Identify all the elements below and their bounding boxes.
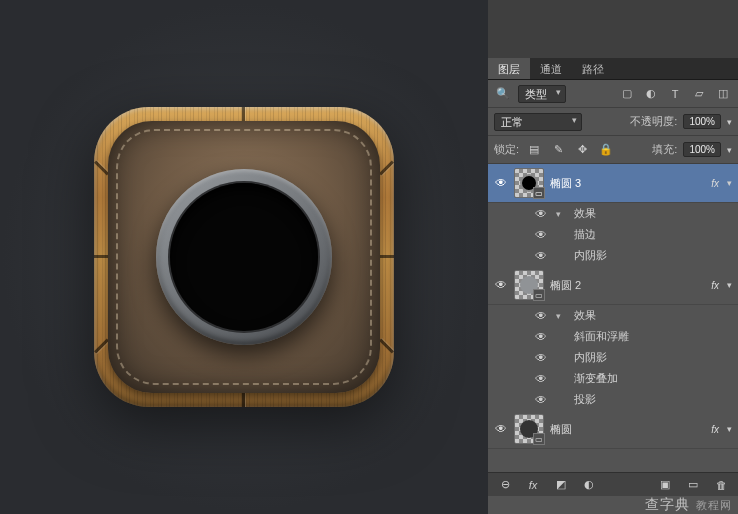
- effect-item[interactable]: 👁内阴影: [534, 347, 738, 368]
- effect-name: 内阴影: [574, 248, 607, 263]
- effect-item[interactable]: 👁描边: [534, 224, 738, 245]
- chevron-down-icon[interactable]: ▾: [556, 209, 566, 219]
- effect-item[interactable]: 👁投影: [534, 389, 738, 410]
- visibility-eye-icon[interactable]: 👁: [534, 207, 548, 221]
- mask-icon[interactable]: ◩: [552, 476, 570, 494]
- chevron-down-icon[interactable]: ▾: [727, 178, 732, 188]
- layer-thumbnail[interactable]: ▭: [514, 270, 544, 300]
- filter-type-dropdown[interactable]: 类型: [518, 85, 566, 103]
- lens-black: [170, 183, 318, 331]
- icon-artwork: [94, 107, 394, 407]
- vector-mask-badge: ▭: [533, 433, 545, 445]
- fx-icon[interactable]: fx: [524, 476, 542, 494]
- fx-badge[interactable]: fx: [711, 424, 719, 435]
- trash-icon[interactable]: 🗑: [712, 476, 730, 494]
- effect-name: 投影: [574, 392, 596, 407]
- vector-mask-badge: ▭: [533, 289, 545, 301]
- filter-type-icon[interactable]: T: [666, 85, 684, 103]
- layers-list: 👁▭椭圆 3fx▾👁▾效果👁描边👁内阴影👁▭椭圆 2fx▾👁▾效果👁斜面和浮雕👁…: [488, 164, 738, 494]
- canvas-area: [0, 0, 488, 514]
- new-layer-icon[interactable]: ▭: [684, 476, 702, 494]
- chevron-down-icon[interactable]: ▾: [727, 280, 732, 290]
- visibility-eye-icon[interactable]: 👁: [534, 228, 548, 242]
- tab-paths[interactable]: 路径: [572, 58, 614, 79]
- filter-row: 🔍 类型 ▢ ◐ T ▱ ◫: [488, 80, 738, 108]
- effects-label: 效果: [574, 206, 596, 221]
- fx-badge[interactable]: fx: [711, 280, 719, 291]
- visibility-eye-icon[interactable]: 👁: [534, 309, 548, 323]
- visibility-eye-icon[interactable]: 👁: [534, 372, 548, 386]
- watermark: 查字典 教程网: [645, 496, 732, 514]
- visibility-eye-icon[interactable]: 👁: [534, 351, 548, 365]
- lock-all-icon[interactable]: 🔒: [597, 141, 615, 159]
- effect-name: 描边: [574, 227, 596, 242]
- effect-item[interactable]: 👁内阴影: [534, 245, 738, 266]
- layer-thumbnail[interactable]: ▭: [514, 414, 544, 444]
- metal-ring: [156, 169, 332, 345]
- effect-name: 内阴影: [574, 350, 607, 365]
- layer-name[interactable]: 椭圆 2: [550, 278, 705, 293]
- opacity-label: 不透明度:: [630, 114, 677, 129]
- visibility-eye-icon[interactable]: 👁: [494, 278, 508, 292]
- watermark-text: 教程网: [696, 498, 732, 513]
- panel-tabs: 图层 通道 路径: [488, 58, 738, 80]
- watermark-logo: 查字典: [645, 496, 690, 514]
- panel-blank-area: [488, 0, 738, 58]
- chevron-down-icon[interactable]: ▾: [556, 311, 566, 321]
- lock-row: 锁定: ▤ ✎ ✥ 🔒 填充: 100% ▾: [488, 136, 738, 164]
- filter-shape-icon[interactable]: ▱: [690, 85, 708, 103]
- layer-thumbnail[interactable]: ▭: [514, 168, 544, 198]
- visibility-eye-icon[interactable]: 👁: [534, 393, 548, 407]
- opacity-caret-icon[interactable]: ▾: [727, 117, 732, 127]
- chevron-down-icon[interactable]: ▾: [727, 424, 732, 434]
- blend-row: 正常 不透明度: 100% ▾: [488, 108, 738, 136]
- filter-adjust-icon[interactable]: ◐: [642, 85, 660, 103]
- panel-bottom-toolbar: ⊖ fx ◩ ◐ ▣ ▭ 🗑: [488, 472, 738, 496]
- fill-label: 填充:: [652, 142, 677, 157]
- effects-label: 效果: [574, 308, 596, 323]
- effects-group: 👁▾效果👁描边👁内阴影: [488, 203, 738, 266]
- lock-position-icon[interactable]: ✥: [573, 141, 591, 159]
- opacity-value[interactable]: 100%: [683, 114, 721, 129]
- vector-mask-badge: ▭: [533, 187, 545, 199]
- visibility-eye-icon[interactable]: 👁: [534, 249, 548, 263]
- layer-row[interactable]: 👁▭椭圆fx▾: [488, 410, 738, 449]
- layer-name[interactable]: 椭圆: [550, 422, 705, 437]
- layers-panel: 图层 通道 路径 🔍 类型 ▢ ◐ T ▱ ◫ 正常 不透明度: 100% ▾ …: [488, 0, 738, 514]
- adjustment-icon[interactable]: ◐: [580, 476, 598, 494]
- effect-item[interactable]: 👁斜面和浮雕: [534, 326, 738, 347]
- fill-caret-icon[interactable]: ▾: [727, 145, 732, 155]
- lock-transparency-icon[interactable]: ▤: [525, 141, 543, 159]
- tab-channels[interactable]: 通道: [530, 58, 572, 79]
- search-icon[interactable]: 🔍: [494, 85, 512, 103]
- link-layers-icon[interactable]: ⊖: [496, 476, 514, 494]
- effect-name: 斜面和浮雕: [574, 329, 629, 344]
- layer-row[interactable]: 👁▭椭圆 2fx▾: [488, 266, 738, 305]
- group-icon[interactable]: ▣: [656, 476, 674, 494]
- fx-badge[interactable]: fx: [711, 178, 719, 189]
- filter-smart-icon[interactable]: ◫: [714, 85, 732, 103]
- fill-value[interactable]: 100%: [683, 142, 721, 157]
- lock-label: 锁定:: [494, 142, 519, 157]
- blend-mode-dropdown[interactable]: 正常: [494, 113, 582, 131]
- visibility-eye-icon[interactable]: 👁: [494, 422, 508, 436]
- visibility-eye-icon[interactable]: 👁: [534, 330, 548, 344]
- effects-group: 👁▾效果👁斜面和浮雕👁内阴影👁渐变叠加👁投影: [488, 305, 738, 410]
- layer-name[interactable]: 椭圆 3: [550, 176, 705, 191]
- tab-layers[interactable]: 图层: [488, 58, 530, 79]
- effect-item[interactable]: 👁渐变叠加: [534, 368, 738, 389]
- effect-name: 渐变叠加: [574, 371, 618, 386]
- lock-brush-icon[interactable]: ✎: [549, 141, 567, 159]
- visibility-eye-icon[interactable]: 👁: [494, 176, 508, 190]
- filter-pixel-icon[interactable]: ▢: [618, 85, 636, 103]
- layer-row[interactable]: 👁▭椭圆 3fx▾: [488, 164, 738, 203]
